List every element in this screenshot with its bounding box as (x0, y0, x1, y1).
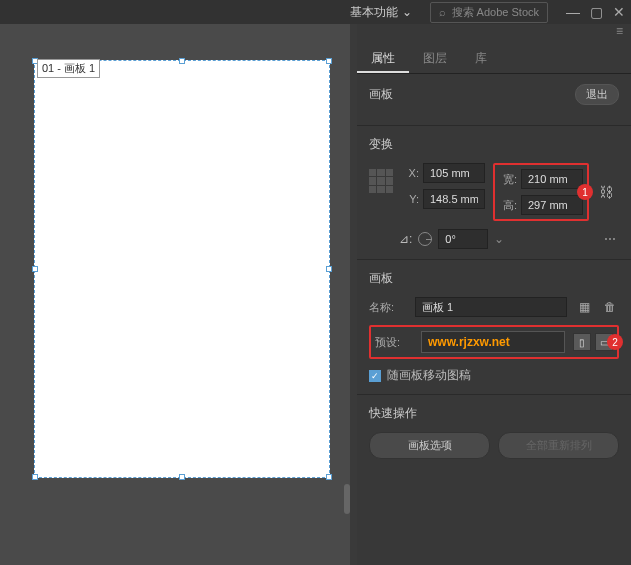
anchor-widget[interactable] (369, 169, 393, 193)
name-label: 名称: (369, 300, 407, 315)
resize-handle[interactable] (179, 58, 185, 64)
scrollbar-thumb[interactable] (344, 484, 350, 514)
resize-handle[interactable] (326, 474, 332, 480)
artboard-nav-icon[interactable]: ▦ (575, 298, 593, 316)
chevron-down-icon: ⌄ (402, 5, 412, 19)
width-label: 宽: (499, 172, 517, 187)
angle-label: ⊿: (399, 232, 412, 246)
panel-divider[interactable] (350, 24, 357, 565)
tab-layers[interactable]: 图层 (409, 44, 461, 73)
section-artboard-detail: 画板 名称: ▦ 🗑 预设: www.rjzxw.net ▯ ▭ 2 ✓ 随画板… (357, 260, 631, 395)
panel-menu-icon[interactable]: ≡ (357, 24, 631, 44)
workspace-label: 基本功能 (350, 4, 398, 21)
rearrange-all-button[interactable]: 全部重新排列 (498, 432, 619, 459)
resize-handle[interactable] (32, 266, 38, 272)
artboard-label[interactable]: 01 - 画板 1 (37, 59, 100, 78)
quick-actions-title: 快速操作 (369, 405, 619, 422)
orientation-portrait-icon[interactable]: ▯ (573, 333, 591, 351)
search-placeholder: 搜索 Adobe Stock (452, 5, 539, 20)
height-input[interactable] (521, 195, 583, 215)
section-artboard-header: 画板 退出 (357, 74, 631, 126)
main-area: 01 - 画板 1 ≡ 属性 图层 库 画板 退出 变换 (0, 24, 631, 565)
preset-label: 预设: (375, 335, 413, 350)
tab-libraries[interactable]: 库 (461, 44, 501, 73)
annotation-badge-1: 1 (577, 184, 593, 200)
restore-icon[interactable]: ▢ (590, 4, 603, 20)
x-label: X: (401, 167, 419, 179)
artboard-detail-title: 画板 (369, 270, 619, 287)
y-label: Y: (401, 193, 419, 205)
canvas-area[interactable]: 01 - 画板 1 (0, 24, 350, 565)
height-label: 高: (499, 198, 517, 213)
resize-handle[interactable] (32, 474, 38, 480)
angle-input[interactable] (438, 229, 488, 249)
size-fields-highlight: 宽: 高: 1 (493, 163, 589, 221)
move-artwork-label: 随画板移动图稿 (387, 367, 471, 384)
tab-properties[interactable]: 属性 (357, 44, 409, 73)
artboard-name-input[interactable] (415, 297, 567, 317)
window-controls: — ▢ ✕ (566, 4, 625, 20)
more-options-icon[interactable]: ⋯ (601, 230, 619, 248)
properties-panel: ≡ 属性 图层 库 画板 退出 变换 X: (357, 24, 631, 565)
angle-dial-icon[interactable] (418, 232, 432, 246)
artboard-header-title: 画板 (369, 86, 393, 103)
move-artwork-checkbox[interactable]: ✓ (369, 370, 381, 382)
preset-row-highlight: 预设: www.rjzxw.net ▯ ▭ 2 (369, 325, 619, 359)
minimize-icon[interactable]: — (566, 4, 580, 20)
resize-handle[interactable] (326, 266, 332, 272)
section-transform: 变换 X: Y: 宽: (357, 126, 631, 260)
y-input[interactable] (423, 189, 485, 209)
workspace-switcher[interactable]: 基本功能 ⌄ (342, 2, 420, 23)
close-icon[interactable]: ✕ (613, 4, 625, 20)
exit-button[interactable]: 退出 (575, 84, 619, 105)
artboard-options-button[interactable]: 画板选项 (369, 432, 490, 459)
transform-title: 变换 (369, 136, 619, 153)
search-icon: ⌕ (439, 6, 446, 18)
artboard[interactable]: 01 - 画板 1 (34, 60, 330, 478)
resize-handle[interactable] (326, 58, 332, 64)
width-input[interactable] (521, 169, 583, 189)
search-box[interactable]: ⌕ 搜索 Adobe Stock (430, 2, 548, 23)
section-quick-actions: 快速操作 画板选项 全部重新排列 (357, 395, 631, 469)
top-bar: 基本功能 ⌄ ⌕ 搜索 Adobe Stock — ▢ ✕ (0, 0, 631, 24)
preset-dropdown[interactable]: www.rjzxw.net (421, 331, 565, 353)
annotation-badge-2: 2 (607, 334, 623, 350)
dropdown-icon[interactable]: ⌄ (494, 232, 504, 246)
panel-tabs: 属性 图层 库 (357, 44, 631, 74)
x-input[interactable] (423, 163, 485, 183)
link-icon[interactable]: ⛓ (599, 184, 613, 200)
resize-handle[interactable] (179, 474, 185, 480)
delete-icon[interactable]: 🗑 (601, 298, 619, 316)
